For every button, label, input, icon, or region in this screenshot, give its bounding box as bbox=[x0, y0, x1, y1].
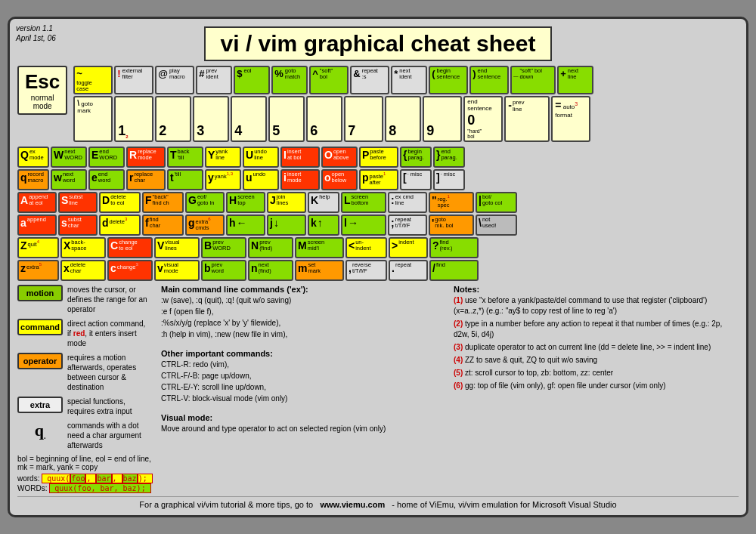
key-v-lower[interactable]: v visualmode bbox=[154, 260, 200, 281]
key-amp[interactable]: & repeat:s bbox=[350, 66, 389, 94]
key-K[interactable]: K help bbox=[308, 192, 339, 213]
key-n-lower[interactable]: n next(find) bbox=[248, 260, 293, 281]
key-I[interactable]: I insertat bol bbox=[280, 147, 320, 168]
key-comma[interactable]: , reverset/T/f/F bbox=[345, 260, 387, 281]
key-S[interactable]: S substline bbox=[58, 192, 98, 213]
key-i[interactable]: i insertmode bbox=[280, 169, 320, 190]
key-period[interactable]: . repeat bbox=[389, 260, 428, 281]
key-rbrace[interactable]: } endparag. bbox=[433, 147, 465, 168]
key-lparen[interactable]: ( beginsentence bbox=[429, 66, 468, 94]
key-R[interactable]: R replacemode bbox=[126, 147, 166, 168]
key-z-lower[interactable]: z extra5 bbox=[17, 260, 59, 281]
key-H[interactable]: H screentop bbox=[226, 192, 265, 213]
key-3[interactable]: 3 bbox=[193, 96, 229, 142]
symbol-keys-row: ~ togglecase ! externalfilter @ playmacr… bbox=[73, 66, 739, 94]
key-T[interactable]: T back'till bbox=[167, 147, 203, 168]
key-5[interactable]: 5 bbox=[268, 96, 305, 142]
key-hash[interactable]: # prevident bbox=[196, 66, 232, 94]
key-f[interactable]: f findchar bbox=[142, 215, 184, 236]
key-s[interactable]: s substchar bbox=[58, 215, 98, 236]
key-2[interactable]: 2 bbox=[155, 96, 191, 142]
key-Q[interactable]: Q exmode bbox=[17, 147, 49, 168]
key-a[interactable]: a append bbox=[17, 215, 57, 236]
key-semicolon[interactable]: ; repeatt/T/f/F bbox=[388, 215, 427, 236]
key-pipe[interactable]: | bol/goto col bbox=[476, 192, 517, 213]
key-backslash2[interactable]: \ notused! bbox=[476, 215, 517, 236]
key-G[interactable]: G eof/goto ln bbox=[185, 192, 225, 213]
key-9[interactable]: 9 bbox=[423, 96, 462, 142]
key-quote[interactable]: " reg.1spec bbox=[429, 192, 474, 213]
key-P[interactable]: P pastebefore bbox=[359, 147, 398, 168]
key-C-upper[interactable]: C changeto eol bbox=[107, 237, 153, 258]
key-L[interactable]: L screenbottom bbox=[341, 192, 386, 213]
asdf-row-lower: a append s substchar d delete3 f findcha… bbox=[17, 215, 739, 236]
key-1[interactable]: 12 bbox=[114, 96, 153, 142]
key-k[interactable]: k ↑ bbox=[308, 215, 339, 236]
key-j[interactable]: j ↓ bbox=[267, 215, 306, 236]
key-at[interactable]: @ playmacro bbox=[155, 66, 194, 94]
key-6[interactable]: 6 bbox=[306, 96, 342, 142]
key-t[interactable]: t 'till bbox=[167, 169, 203, 190]
key-question[interactable]: ? find(rev.) bbox=[429, 237, 479, 258]
key-p[interactable]: p paste1after bbox=[359, 169, 398, 190]
key-lbracket[interactable]: [ · misc bbox=[400, 169, 432, 190]
key-colon[interactable]: : ex cmdline bbox=[388, 192, 427, 213]
key-dollar[interactable]: $ eol bbox=[234, 66, 270, 94]
key-Z-upper[interactable]: Z quit4 bbox=[17, 237, 59, 258]
key-plus[interactable]: + nextline bbox=[557, 66, 593, 94]
key-percent[interactable]: % gotomatch bbox=[271, 66, 308, 94]
key-rbracket[interactable]: ] · misc bbox=[433, 169, 465, 190]
key-E[interactable]: E endWORD bbox=[88, 147, 125, 168]
key-h[interactable]: h ← bbox=[226, 215, 265, 236]
key-star[interactable]: * nextident bbox=[391, 66, 427, 94]
key-b-lower[interactable]: b prevword bbox=[201, 260, 246, 281]
key-y[interactable]: y yank1,3 bbox=[205, 169, 241, 190]
key-N-upper[interactable]: N prev(find) bbox=[248, 237, 293, 258]
legend-extra-box: extra bbox=[17, 397, 63, 413]
key-4[interactable]: 4 bbox=[231, 96, 267, 142]
key-7[interactable]: 7 bbox=[344, 96, 383, 142]
key-slash[interactable]: / find bbox=[429, 260, 479, 281]
key-0[interactable]: endsentence 0 "hard"bol bbox=[463, 96, 503, 142]
key-w[interactable]: w nextword bbox=[51, 169, 87, 190]
key-Y[interactable]: Y yankline bbox=[205, 147, 241, 168]
key-U[interactable]: U undoline bbox=[243, 147, 279, 168]
key-equals[interactable]: = auto3format bbox=[551, 96, 590, 142]
key-r[interactable]: r replacechar bbox=[126, 169, 166, 190]
key-O[interactable]: O openabove bbox=[321, 147, 358, 168]
key-d[interactable]: d delete3 bbox=[99, 215, 141, 236]
key-minus[interactable]: - prevline bbox=[504, 96, 550, 142]
key-D[interactable]: D deleteto eol bbox=[99, 192, 141, 213]
key-lt[interactable]: < un-indent bbox=[345, 237, 387, 258]
number-row: \ gotomark 12 2 3 4 bbox=[73, 96, 739, 142]
key-lbrace[interactable]: { beginparag. bbox=[400, 147, 432, 168]
key-caret[interactable]: ^ "soft"bol bbox=[309, 66, 349, 94]
key-8[interactable]: 8 bbox=[385, 96, 421, 142]
key-o[interactable]: o openbelow bbox=[321, 169, 358, 190]
key-backslash[interactable]: \ gotomark bbox=[73, 96, 113, 142]
key-J[interactable]: J joinlines bbox=[267, 192, 306, 213]
key-excl[interactable]: ! externalfilter bbox=[114, 66, 153, 94]
key-q[interactable]: q recordmacro bbox=[17, 169, 49, 190]
key-M-upper[interactable]: M screenmid'l bbox=[295, 237, 344, 258]
key-g[interactable]: g extra6cmds bbox=[185, 215, 225, 236]
key-V-upper[interactable]: V visuallines bbox=[154, 237, 200, 258]
key-gt[interactable]: > indent bbox=[389, 237, 428, 258]
key-tilde[interactable]: ~ togglecase bbox=[73, 66, 113, 94]
key-x-lower[interactable]: x deletechar bbox=[60, 260, 106, 281]
key-c-lower[interactable]: c change3 bbox=[107, 260, 153, 281]
key-W[interactable]: W nextWORD bbox=[51, 147, 87, 168]
key-rparen[interactable]: ) endsentence bbox=[469, 66, 509, 94]
key-F[interactable]: F "back"find ch bbox=[142, 192, 184, 213]
key-underscore[interactable]: _ "soft" boldown bbox=[510, 66, 556, 94]
key-e[interactable]: e endword bbox=[88, 169, 125, 190]
key-u[interactable]: u undo bbox=[243, 169, 279, 190]
key-m-lower[interactable]: m setmark bbox=[295, 260, 344, 281]
esc-key[interactable]: Esc normal mode bbox=[17, 66, 67, 115]
key-l[interactable]: l → bbox=[341, 215, 386, 236]
header-row: Esc normal mode ~ togglecase ! externalf… bbox=[17, 66, 739, 144]
key-B-upper[interactable]: B prevWORD bbox=[201, 237, 246, 258]
key-apostrophe[interactable]: ' gotomk. bol bbox=[429, 215, 474, 236]
key-X-upper[interactable]: X back-space bbox=[60, 237, 106, 258]
key-A[interactable]: A appendat eol bbox=[17, 192, 57, 213]
